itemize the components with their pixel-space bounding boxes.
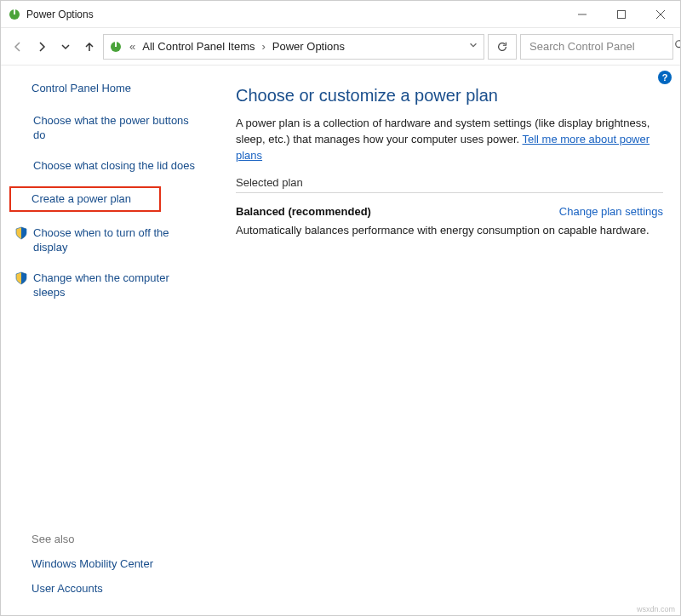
navbar: « All Control Panel Items › Power Option…: [1, 28, 680, 66]
power-options-icon: [109, 40, 123, 54]
page-description: A power plan is a collection of hardware…: [236, 116, 663, 164]
main-content: ? Choose or customize a power plan A pow…: [212, 66, 680, 616]
see-also-heading: See also: [31, 533, 203, 545]
refresh-button[interactable]: [488, 34, 517, 60]
blank-icon: [13, 192, 26, 206]
shield-icon: [14, 271, 28, 285]
selected-plan-label: Selected plan: [236, 176, 663, 189]
see-also-user-accounts[interactable]: User Accounts: [31, 582, 203, 595]
blank-icon: [14, 159, 28, 173]
chevron-down-icon[interactable]: [468, 40, 478, 53]
watermark: wsxdn.com: [637, 605, 675, 613]
recent-locations-button[interactable]: [55, 35, 76, 59]
change-plan-settings-link[interactable]: Change plan settings: [559, 205, 663, 218]
titlebar: Power Options: [1, 1, 680, 28]
sidebar-item-create-plan[interactable]: Create a power plan: [9, 186, 161, 212]
control-panel-home-link[interactable]: Control Panel Home: [31, 81, 203, 96]
plan-description: Automatically balances performance with …: [236, 223, 663, 239]
sidebar-item-turn-off-display[interactable]: Choose when to turn off the display: [13, 224, 203, 257]
sidebar-item-closing-lid[interactable]: Choose what closing the lid does: [13, 157, 203, 175]
close-button[interactable]: [641, 1, 680, 28]
sidebar-item-label: Change when the computer sleeps: [33, 271, 202, 300]
svg-rect-1: [14, 9, 15, 14]
svg-rect-3: [618, 10, 626, 18]
up-button[interactable]: [79, 35, 100, 59]
sidebar: Control Panel Home Choose what the power…: [1, 66, 212, 616]
plan-row: Balanced (recommended) Change plan setti…: [236, 205, 663, 218]
minimize-button[interactable]: [563, 1, 602, 28]
chevron-right-icon[interactable]: ›: [258, 40, 268, 53]
see-also-mobility-center[interactable]: Windows Mobility Center: [31, 557, 203, 570]
breadcrumb-item[interactable]: Power Options: [272, 40, 345, 53]
shield-icon: [14, 226, 28, 240]
search-icon[interactable]: [674, 39, 681, 54]
sidebar-item-label: Choose what the power buttons do: [33, 113, 202, 143]
maximize-button[interactable]: [602, 1, 641, 28]
blank-icon: [14, 114, 28, 128]
breadcrumb-ellipsis[interactable]: «: [126, 40, 139, 53]
back-button[interactable]: [8, 35, 28, 59]
help-icon[interactable]: ?: [658, 71, 672, 84]
address-bar[interactable]: « All Control Panel Items › Power Option…: [103, 34, 484, 60]
sidebar-item-label: Create a power plan: [31, 191, 157, 207]
search-box[interactable]: [520, 34, 673, 60]
sidebar-item-label: Choose when to turn off the display: [33, 225, 202, 255]
page-heading: Choose or customize a power plan: [236, 86, 663, 106]
sidebar-item-power-buttons[interactable]: Choose what the power buttons do: [13, 111, 203, 145]
svg-point-8: [676, 41, 681, 48]
power-options-icon: [8, 8, 21, 21]
sidebar-item-label: Choose what closing the lid does: [33, 158, 202, 174]
divider: [236, 192, 663, 193]
breadcrumb-item[interactable]: All Control Panel Items: [142, 40, 255, 53]
sidebar-item-computer-sleeps[interactable]: Change when the computer sleeps: [13, 269, 203, 302]
search-input[interactable]: [528, 39, 674, 54]
plan-name: Balanced (recommended): [236, 205, 371, 218]
window-title: Power Options: [26, 9, 94, 20]
svg-rect-7: [115, 42, 117, 47]
forward-button[interactable]: [31, 35, 52, 59]
see-also-section: See also Windows Mobility Center User Ac…: [13, 533, 203, 607]
